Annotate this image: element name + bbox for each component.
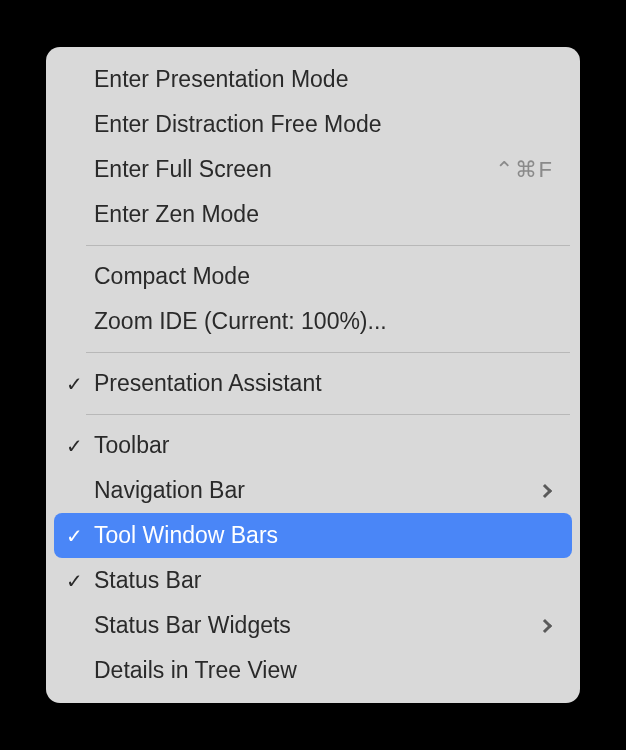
menu-item-enter-zen-mode[interactable]: Enter Zen Mode — [54, 192, 572, 237]
menu-item-shortcut: ⌃⌘F — [495, 157, 554, 183]
menu-item-toolbar[interactable]: ✓Toolbar — [54, 423, 572, 468]
menu-item-navigation-bar[interactable]: Navigation Bar — [54, 468, 572, 513]
menu-item-label: Status Bar — [94, 567, 554, 594]
menu-separator — [86, 245, 570, 246]
menu-item-enter-distraction-free-mode[interactable]: Enter Distraction Free Mode — [54, 102, 572, 147]
checkmark-icon: ✓ — [54, 569, 94, 593]
menu-item-label: Compact Mode — [94, 263, 554, 290]
chevron-right-icon — [540, 621, 554, 631]
menu-item-label: Presentation Assistant — [94, 370, 554, 397]
checkmark-icon: ✓ — [54, 524, 94, 548]
menu-item-label: Enter Presentation Mode — [94, 66, 554, 93]
menu-item-compact-mode[interactable]: Compact Mode — [54, 254, 572, 299]
menu-item-label: Toolbar — [94, 432, 554, 459]
menu-item-status-bar-widgets[interactable]: Status Bar Widgets — [54, 603, 572, 648]
menu-item-label: Navigation Bar — [94, 477, 540, 504]
chevron-right-icon — [540, 486, 554, 496]
menu-item-label: Enter Full Screen — [94, 156, 495, 183]
context-menu: Enter Presentation ModeEnter Distraction… — [46, 47, 580, 703]
checkmark-icon: ✓ — [54, 372, 94, 396]
menu-item-details-in-tree-view[interactable]: Details in Tree View — [54, 648, 572, 693]
menu-item-label: Details in Tree View — [94, 657, 554, 684]
checkmark-icon: ✓ — [54, 434, 94, 458]
menu-item-tool-window-bars[interactable]: ✓Tool Window Bars — [54, 513, 572, 558]
menu-item-enter-presentation-mode[interactable]: Enter Presentation Mode — [54, 57, 572, 102]
menu-item-status-bar[interactable]: ✓Status Bar — [54, 558, 572, 603]
menu-item-label: Tool Window Bars — [94, 522, 554, 549]
menu-item-presentation-assistant[interactable]: ✓Presentation Assistant — [54, 361, 572, 406]
menu-item-label: Enter Distraction Free Mode — [94, 111, 554, 138]
menu-item-label: Zoom IDE (Current: 100%)... — [94, 308, 554, 335]
menu-item-enter-full-screen[interactable]: Enter Full Screen⌃⌘F — [54, 147, 572, 192]
menu-item-label: Status Bar Widgets — [94, 612, 540, 639]
menu-separator — [86, 352, 570, 353]
menu-item-label: Enter Zen Mode — [94, 201, 554, 228]
menu-item-zoom-ide[interactable]: Zoom IDE (Current: 100%)... — [54, 299, 572, 344]
menu-separator — [86, 414, 570, 415]
